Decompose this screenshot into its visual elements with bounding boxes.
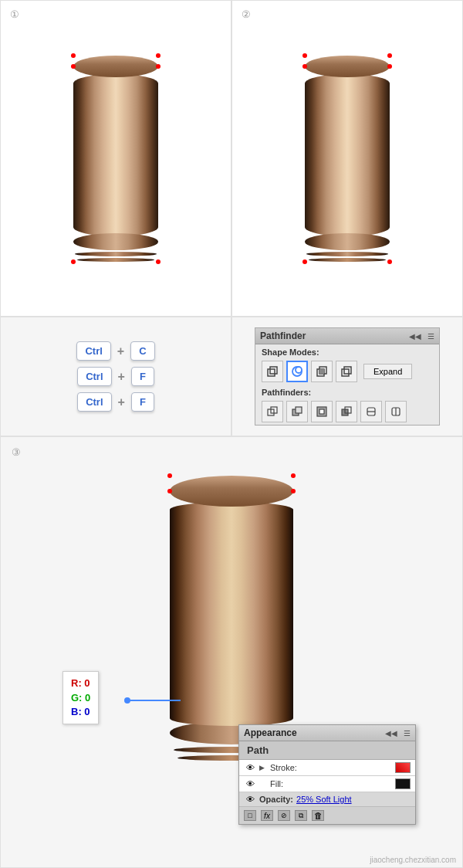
ab-circle-slash-icon[interactable]: ⊘ (278, 810, 290, 821)
cylinder-ring-line2 (77, 258, 154, 262)
shortcut-row-2: Ctrl + F (77, 367, 154, 386)
panel-1: ① (0, 0, 231, 317)
pathfinder-title-bar: Pathfinder ◀◀ ☰ (255, 328, 439, 344)
c3-body (170, 502, 293, 726)
svg-rect-6 (319, 369, 324, 374)
stroke-visibility-icon[interactable]: 👁 (244, 763, 256, 772)
pf-btn-3[interactable] (311, 401, 333, 422)
plus-2: + (118, 370, 125, 384)
c2-marker-tr (387, 53, 392, 58)
cylinder-body (73, 74, 158, 236)
opacity-eye[interactable]: 👁 (244, 795, 256, 804)
ab-duplicate-icon[interactable]: ⧉ (295, 810, 307, 821)
bottom-section: ③ R: 0 G: 0 B: 0 Appearance ◀◀ ☰ Path (0, 436, 463, 868)
pathfinder-title: Pathfinder (260, 331, 306, 341)
pf-btn-4[interactable] (336, 401, 357, 422)
panel-2-number: ② (242, 8, 251, 20)
cylinder-top (73, 56, 158, 77)
opacity-value[interactable]: 25% Soft Light (296, 795, 352, 804)
ab-delete-icon[interactable]: 🗑 (312, 810, 324, 821)
shape-minus-front-btn[interactable] (286, 361, 308, 382)
appearance-bottom-bar: □ fx ⊘ ⧉ 🗑 (239, 807, 415, 824)
opacity-row: 👁 Opacity: 25% Soft Light (239, 792, 415, 807)
c2-body (305, 74, 390, 236)
pathfinder-section: Pathfinder ◀◀ ☰ Shape Modes: (231, 317, 463, 436)
shortcut-row-3: Ctrl + F (77, 392, 154, 412)
c2-marker-bl (302, 259, 307, 264)
ab-square-icon[interactable]: □ (244, 810, 256, 821)
key-ctrl-3[interactable]: Ctrl (77, 392, 111, 412)
rgb-g-value: G: 0 (71, 691, 90, 705)
appearance-collapse[interactable]: ◀◀ (385, 729, 397, 737)
pathfinder-collapse[interactable]: ◀◀ (409, 332, 421, 341)
fill-visibility-icon[interactable]: 👁 (244, 779, 256, 788)
c2-ring-line1 (306, 252, 388, 256)
shortcut-row-1: Ctrl + C (76, 341, 154, 361)
c2-marker-mr (387, 64, 392, 69)
c2-marker-ml (302, 64, 307, 69)
pathfinder-menu[interactable]: ☰ (428, 332, 434, 341)
appearance-panel: Appearance ◀◀ ☰ Path 👁 ▶ Stroke: 👁 Fill:… (238, 724, 416, 825)
appearance-title: Appearance (244, 727, 297, 738)
stroke-label: Stroke: (270, 763, 392, 772)
rgb-r-value: R: 0 (71, 676, 90, 690)
fill-row: 👁 Fill: (239, 776, 415, 792)
plus-1: + (117, 344, 124, 358)
cylinder-3 (170, 476, 293, 761)
fill-color-swatch[interactable] (395, 778, 411, 789)
pf-btn-1[interactable] (262, 401, 283, 422)
svg-rect-14 (319, 409, 324, 414)
shape-unite-btn[interactable] (262, 361, 283, 382)
rgb-tooltip: R: 0 G: 0 B: 0 (63, 671, 99, 724)
key-c[interactable]: C (130, 341, 154, 361)
pathfinder-controls: ◀◀ ☰ (409, 332, 434, 341)
appearance-path-label: Path (239, 741, 415, 760)
c2-bottom-wrap (305, 233, 390, 262)
shape-modes-row: Expand (255, 358, 439, 385)
ab-fx-icon[interactable]: fx (261, 810, 273, 821)
c2-top (305, 56, 390, 77)
marker-right (156, 64, 161, 69)
key-f-1[interactable]: F (131, 367, 154, 386)
c3-marker-mr (291, 489, 296, 493)
appearance-menu[interactable]: ☰ (404, 729, 411, 737)
fill-spacer (259, 780, 267, 788)
pathfinder-panel: Pathfinder ◀◀ ☰ Shape Modes: (255, 327, 440, 426)
panel-1-number: ① (10, 8, 19, 20)
pathfinders-row (255, 398, 439, 425)
svg-rect-7 (342, 369, 349, 376)
c2-ring-line2 (309, 258, 386, 262)
cylinder-1 (73, 56, 158, 262)
marker-left (71, 64, 76, 69)
pf-btn-2[interactable] (286, 401, 308, 422)
opacity-label: Opacity: (259, 795, 293, 804)
key-ctrl-2[interactable]: Ctrl (77, 367, 111, 386)
stroke-expand-icon[interactable]: ▶ (259, 764, 267, 771)
corner-marker-br (156, 259, 161, 264)
c2-marker-br (387, 259, 392, 264)
pf-btn-5[interactable] (360, 401, 382, 422)
connector-line (127, 700, 181, 701)
corner-marker-bl (71, 259, 76, 264)
c3-marker-ml (167, 489, 172, 493)
cylinder-2 (305, 56, 390, 262)
key-f-2[interactable]: F (131, 392, 154, 412)
cylinder-ring-line1 (75, 252, 157, 256)
key-ctrl-1[interactable]: Ctrl (76, 341, 110, 361)
pf-btn-6[interactable] (385, 401, 407, 422)
keyboard-shortcuts-section: Ctrl + C Ctrl + F Ctrl + F (0, 317, 231, 436)
cylinder-bottom-wrap (73, 233, 158, 262)
svg-point-3 (296, 367, 302, 373)
panel-2: ② (231, 0, 463, 317)
c3-marker-tr (291, 473, 296, 478)
expand-button[interactable]: Expand (363, 364, 412, 379)
svg-rect-0 (268, 369, 275, 376)
shape-intersect-btn[interactable] (311, 361, 333, 382)
appearance-title-bar: Appearance ◀◀ ☰ (239, 725, 415, 741)
shape-exclude-btn[interactable] (336, 361, 357, 382)
rgb-b-value: B: 0 (71, 705, 90, 719)
stroke-color-swatch[interactable] (395, 762, 411, 773)
pathfinders-label: Pathfinders: (255, 385, 439, 398)
c2-bottom-ring (305, 233, 390, 250)
svg-rect-8 (344, 367, 351, 374)
